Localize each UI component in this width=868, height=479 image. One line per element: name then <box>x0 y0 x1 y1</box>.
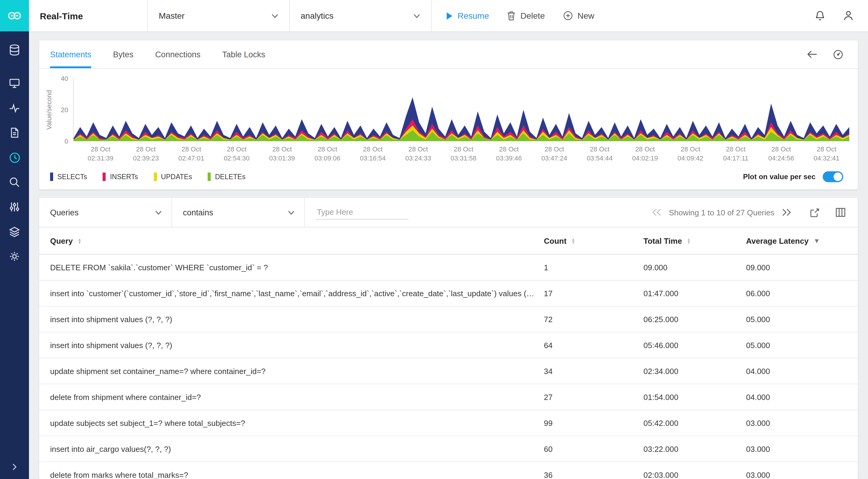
servers-database-icon[interactable] <box>8 43 21 57</box>
tools-sliders-icon[interactable] <box>8 200 21 214</box>
x-axis-label: 28 Oct04:02:19 <box>622 145 668 166</box>
session-dropdown[interactable]: analytics <box>290 0 431 31</box>
tab-statements[interactable]: Statements <box>50 40 91 68</box>
table-row[interactable]: update shipment set container_name=? whe… <box>39 358 858 384</box>
x-axis-label: 28 Oct03:09:06 <box>305 145 350 166</box>
table-row[interactable]: DELETE FROM `sakila`.`customer` WHERE `c… <box>39 255 858 281</box>
table-row[interactable]: insert into `customer`(`customer_id`,`st… <box>39 281 858 307</box>
table-body: DELETE FROM `sakila`.`customer` WHERE `c… <box>39 255 858 479</box>
x-axis-label: 28 Oct03:24:33 <box>395 145 441 166</box>
chart: Value/second 40 20 0 <box>39 69 858 141</box>
x-axis-label: 28 Oct02:31:39 <box>78 145 123 166</box>
total-time-cell: 05:46.000 <box>644 341 746 350</box>
prev-page-icon[interactable] <box>652 208 661 217</box>
settings-gear-icon[interactable] <box>8 250 21 263</box>
total-time-cell: 01:54.000 <box>644 392 746 402</box>
query-cell: insert into shipment values (?, ?, ?) <box>50 315 544 324</box>
total-time-cell: 03:22.000 <box>644 444 746 453</box>
query-cell: update subjects set subject_1=? where to… <box>50 418 544 427</box>
sort-desc-icon: ▼ <box>813 237 820 244</box>
delete-button[interactable]: Delete <box>507 11 545 21</box>
export-icon[interactable] <box>809 207 820 218</box>
selects-swatch <box>50 172 53 181</box>
x-axis-label: 28 Oct03:47:24 <box>531 145 577 166</box>
count-cell: 60 <box>544 444 644 453</box>
x-axis-label: 28 Oct02:47:01 <box>169 145 214 166</box>
server-dropdown[interactable]: Master <box>148 0 289 31</box>
filter-operator-dropdown[interactable]: contains <box>172 198 305 227</box>
table-row[interactable]: delete from shipment where container_id=… <box>39 384 858 410</box>
query-cell: insert into shipment values (?, ?, ?) <box>50 341 544 350</box>
owl-logo-icon <box>7 9 22 22</box>
app-logo[interactable] <box>0 0 29 31</box>
sidebar-expand-chevron-icon[interactable] <box>0 462 29 472</box>
count-cell: 72 <box>544 315 644 324</box>
query-cell: DELETE FROM `sakila`.`customer` WHERE `c… <box>50 263 544 272</box>
table-row[interactable]: insert into air_cargo values(?, ?, ?)600… <box>39 436 858 462</box>
toggle-knob <box>834 172 842 181</box>
total-time-cell: 09.000 <box>644 263 746 272</box>
x-axis-label: 28 Oct03:54:44 <box>577 145 622 166</box>
column-header-total-time[interactable]: Total Time ▲▼ <box>644 236 746 245</box>
new-button[interactable]: New <box>563 11 594 21</box>
filter-search-input[interactable] <box>316 205 409 220</box>
total-time-cell: 01:47.000 <box>644 289 746 298</box>
table-row[interactable]: insert into shipment values (?, ?, ?)720… <box>39 307 858 332</box>
monitors-activity-icon[interactable] <box>8 101 21 115</box>
back-arrow-icon[interactable] <box>807 50 817 59</box>
tab-bytes[interactable]: Bytes <box>113 40 134 68</box>
user-account-icon[interactable] <box>843 10 854 21</box>
table-row[interactable]: insert into shipment values (?, ?, ?)640… <box>39 332 858 358</box>
legend-item-inserts[interactable]: INSERTs <box>103 172 138 181</box>
column-header-query[interactable]: Query ▲▼ <box>50 236 544 245</box>
x-axis-label: 28 Oct04:17:11 <box>713 145 758 166</box>
count-cell: 64 <box>544 341 644 350</box>
x-axis-label: 28 Oct03:01:39 <box>259 145 305 166</box>
plot-per-sec-toggle[interactable] <box>823 171 843 182</box>
column-label: Total Time <box>644 236 682 245</box>
avg-latency-cell: 03.000 <box>746 470 858 479</box>
tab-table-locks[interactable]: Table Locks <box>222 40 265 68</box>
chevron-down-icon <box>155 210 162 215</box>
table-row[interactable]: update subjects set subject_1=? where to… <box>39 410 858 436</box>
column-label: Count <box>544 236 566 245</box>
dashboard-monitor-icon[interactable] <box>8 76 21 90</box>
replication-layers-icon[interactable] <box>8 225 21 238</box>
count-cell: 34 <box>544 366 644 376</box>
deletes-swatch <box>208 172 211 181</box>
x-axis-label: 28 Oct02:39:23 <box>123 145 168 166</box>
filter-field-dropdown[interactable]: Queries <box>39 198 172 227</box>
legend-item-updates[interactable]: UPDATEs <box>154 172 192 181</box>
reports-document-icon[interactable] <box>8 126 21 139</box>
realtime-clock-icon[interactable] <box>8 151 21 164</box>
gauge-icon[interactable] <box>833 49 843 59</box>
plot-toggle-label: Plot on value per sec <box>743 172 815 181</box>
avg-latency-cell: 09.000 <box>746 263 858 272</box>
sort-icon: ▲▼ <box>687 237 691 244</box>
inserts-swatch <box>103 172 105 181</box>
count-cell: 36 <box>544 470 644 479</box>
y-tick: 20 <box>61 106 68 114</box>
next-page-icon[interactable] <box>782 208 791 217</box>
query-analyzer-search-icon[interactable] <box>8 175 21 189</box>
legend-item-deletes[interactable]: DELETEs <box>208 172 245 181</box>
legend-item-selects[interactable]: SELECTs <box>50 172 87 181</box>
filter-operator-value: contains <box>183 208 213 217</box>
column-header-count[interactable]: Count ▲▼ <box>544 236 644 245</box>
x-axis-label: 28 Oct04:09:42 <box>668 145 713 166</box>
column-header-average-latency[interactable]: Average Latency ▼ <box>746 236 858 245</box>
avg-latency-cell: 05.000 <box>746 315 858 324</box>
chart-plot-area[interactable] <box>73 78 849 141</box>
server-dropdown-value: Master <box>159 11 185 21</box>
columns-icon[interactable] <box>835 207 846 217</box>
statements-panel: Statements Bytes Connections Table Locks <box>39 40 858 189</box>
legend-label: SELECTs <box>57 173 87 180</box>
tab-bar: Statements Bytes Connections Table Locks <box>39 40 858 69</box>
tab-connections[interactable]: Connections <box>155 40 200 68</box>
table-row[interactable]: delete from marks where total_marks=?360… <box>39 462 858 479</box>
paging-status: Showing 1 to 10 of 27 Queries <box>669 208 774 217</box>
resume-button[interactable]: Resume <box>446 11 489 21</box>
session-dropdown-value: analytics <box>301 11 334 21</box>
notifications-bell-icon[interactable] <box>815 10 825 21</box>
trash-icon <box>507 11 516 21</box>
